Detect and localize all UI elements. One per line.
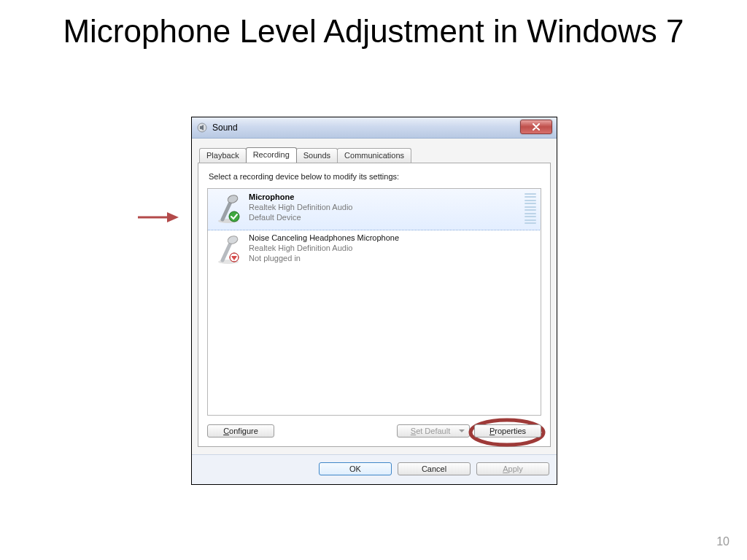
sound-dialog: Sound PlaybackRecordingSoundsCommunicati…: [191, 117, 557, 485]
device-driver: Realtek High Definition Audio: [249, 202, 520, 212]
device-driver: Realtek High Definition Audio: [249, 243, 536, 253]
device-row-microphone[interactable]: Microphone Realtek High Definition Audio…: [207, 188, 541, 230]
instruction-text: Select a recording device below to modif…: [209, 172, 541, 181]
tab-recording[interactable]: Recording: [246, 147, 297, 163]
apply-button[interactable]: Apply: [476, 462, 549, 475]
svg-marker-1: [167, 212, 179, 222]
level-meter: [525, 192, 536, 225]
device-status: Default Device: [249, 212, 520, 222]
properties-button[interactable]: Properties: [474, 424, 541, 438]
configure-button[interactable]: Configure: [207, 424, 274, 438]
close-button[interactable]: [520, 120, 552, 134]
microphone-icon: [212, 192, 244, 224]
set-default-button[interactable]: Set Default: [397, 424, 470, 438]
speaker-icon: [196, 122, 208, 133]
tab-communications[interactable]: Communications: [337, 148, 411, 163]
tab-strip: PlaybackRecordingSoundsCommunications: [199, 147, 551, 163]
device-list[interactable]: Microphone Realtek High Definition Audio…: [207, 188, 541, 416]
titlebar[interactable]: Sound: [192, 117, 557, 139]
cancel-button[interactable]: Cancel: [398, 462, 471, 475]
close-icon: [532, 120, 541, 133]
tab-playback[interactable]: Playback: [199, 148, 247, 163]
ok-button[interactable]: OK: [319, 462, 392, 475]
configure-label: onfigure: [229, 427, 258, 435]
tab-sounds[interactable]: Sounds: [296, 148, 338, 163]
microphone-icon: [212, 233, 244, 265]
dialog-footer: OK Cancel Apply: [192, 454, 557, 484]
device-status: Not plugged in: [249, 253, 536, 263]
tab-panel: Select a recording device below to modif…: [198, 163, 551, 447]
device-name: Noise Canceling Headphones Microphone: [249, 233, 536, 243]
window-title: Sound: [212, 122, 238, 133]
page-number: 10: [716, 535, 729, 548]
device-row-headphones-mic[interactable]: Noise Canceling Headphones Microphone Re…: [208, 230, 541, 269]
arrow-annotation: [135, 206, 179, 228]
device-name: Microphone: [249, 192, 520, 202]
slide-title: Microphone Level Adjustment in Windows 7: [0, 13, 747, 50]
